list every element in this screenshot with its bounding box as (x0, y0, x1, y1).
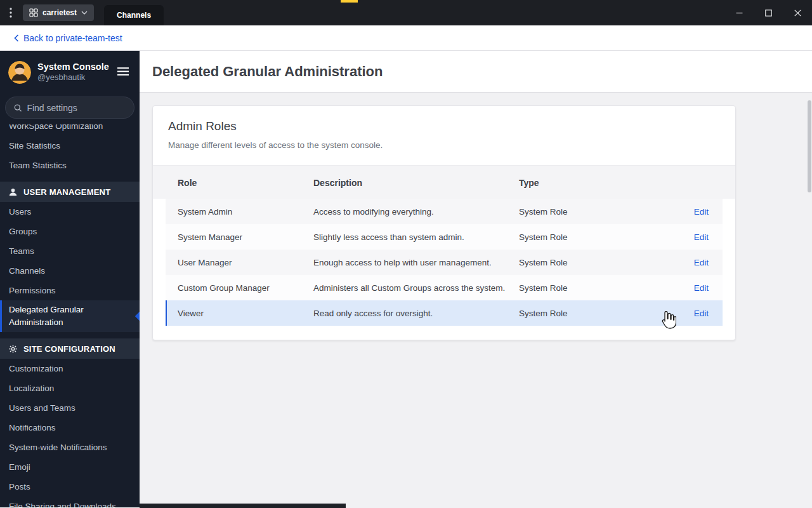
cell-description: Access to modifying everything. (313, 207, 519, 217)
vertical-dots-icon (10, 7, 12, 18)
server-name: carrietest (43, 8, 77, 17)
vertical-scrollbar[interactable] (808, 100, 811, 192)
system-console-sidebar: System Console @yesbhautik Wo (0, 51, 140, 507)
cell-type: System Role (519, 283, 646, 293)
close-icon (794, 10, 801, 17)
window-titlebar: carrietest Channels (0, 0, 812, 25)
edit-link[interactable]: Edit (694, 207, 709, 217)
table-row-system-manager: System Manager Slightly less access than… (166, 224, 723, 250)
card-subtitle: Manage different levels of access to the… (168, 140, 720, 150)
search-input[interactable] (27, 103, 126, 113)
cell-description: Read only access for oversight. (313, 309, 519, 318)
cell-role: System Manager (178, 232, 313, 242)
console-header: System Console @yesbhautik (0, 51, 140, 93)
maximize-icon (765, 10, 772, 17)
section-header-label: SITE CONFIGURATION (23, 344, 115, 354)
table-row-user-manager: User Manager Enough access to help with … (166, 250, 723, 275)
sidebar-section-site-configuration: SITE CONFIGURATION (0, 338, 140, 359)
minimize-icon (736, 10, 743, 17)
app-menu-icon[interactable] (0, 7, 22, 18)
cell-role: Viewer (178, 309, 313, 318)
main-content: Delegated Granular Administration Admin … (140, 51, 812, 507)
cell-role: System Admin (178, 207, 313, 217)
cell-type: System Role (519, 232, 646, 242)
search-icon (14, 104, 22, 112)
background-window-peek-bottom (140, 504, 346, 508)
sidebar-item-channels[interactable]: Channels (0, 261, 140, 281)
cell-role: Custom Group Manager (178, 283, 313, 293)
sidebar-item-posts[interactable]: Posts (0, 477, 140, 497)
cell-description: Slightly less access than system admin. (313, 232, 519, 242)
sidebar-nav: WorkSpace Optimization Site Statistics T… (0, 124, 140, 507)
card-title: Admin Roles (168, 119, 720, 133)
page-body: Admin Roles Manage different levels of a… (140, 93, 812, 507)
sidebar-item-team-statistics[interactable]: Team Statistics (0, 156, 140, 175)
sidebar-section-user-management: USER MANAGEMENT (0, 182, 140, 202)
cell-type: System Role (519, 309, 646, 318)
sidebar-item-workspace-optimization[interactable]: WorkSpace Optimization (0, 124, 140, 136)
edit-link[interactable]: Edit (694, 232, 709, 242)
chevron-left-icon (14, 34, 19, 42)
maximize-button[interactable] (754, 0, 783, 25)
chevron-down-icon (81, 11, 88, 15)
server-icon (29, 8, 38, 17)
edit-link[interactable]: Edit (694, 258, 709, 267)
tab-channels-label: Channels (117, 11, 151, 20)
sidebar-item-customization[interactable]: Customization (0, 359, 140, 378)
column-header-description: Description (313, 178, 519, 188)
sidebar-item-file-sharing-and-downloads[interactable]: File Sharing and Downloads (0, 497, 140, 507)
card-header: Admin Roles Manage different levels of a… (153, 106, 735, 165)
back-link[interactable]: Back to private-team-test (14, 33, 122, 43)
cell-role: User Manager (178, 258, 313, 267)
server-selector[interactable]: carrietest (23, 4, 94, 21)
window-controls (724, 0, 812, 25)
cell-description: Enough access to help with user manageme… (313, 258, 519, 267)
section-header-label: USER MANAGEMENT (23, 187, 110, 197)
sidebar-item-delegated-granular-administration[interactable]: Delegated Granular Administration (0, 300, 140, 332)
menu-icon[interactable] (115, 64, 131, 81)
sidebar-item-users[interactable]: Users (0, 202, 140, 222)
column-header-type: Type (519, 178, 646, 188)
sidebar-item-emoji[interactable]: Emoji (0, 457, 140, 477)
table-row-system-admin: System Admin Access to modifying everyth… (166, 199, 723, 224)
minimize-button[interactable] (724, 0, 754, 25)
sidebar-item-groups[interactable]: Groups (0, 222, 140, 241)
back-navigation-bar: Back to private-team-test (0, 25, 812, 51)
search-wrap (0, 93, 140, 124)
cell-type: System Role (519, 258, 646, 267)
tab-channels[interactable]: Channels (104, 5, 164, 25)
avatar[interactable] (8, 61, 31, 84)
console-title: System Console (37, 61, 109, 73)
column-header-role: Role (178, 178, 313, 188)
sidebar-item-teams[interactable]: Teams (0, 241, 140, 261)
close-button[interactable] (783, 0, 812, 25)
background-window-peek-top (341, 0, 358, 3)
table-row-custom-group-manager: Custom Group Manager Administers all Cus… (166, 275, 723, 300)
search-settings-box[interactable] (5, 97, 134, 119)
cell-description: Administers all Custom Groups across the… (313, 283, 519, 293)
sidebar-item-notifications[interactable]: Notifications (0, 418, 140, 438)
sidebar-item-users-and-teams[interactable]: Users and Teams (0, 398, 140, 418)
table-row-viewer: Viewer Read only access for oversight. S… (166, 300, 723, 326)
console-header-text: System Console @yesbhautik (37, 61, 109, 84)
edit-link[interactable]: Edit (694, 309, 709, 318)
cell-type: System Role (519, 207, 646, 217)
page-title: Delegated Granular Administration (152, 64, 383, 80)
console-user-handle: @yesbhautik (37, 72, 109, 83)
user-management-icon (8, 187, 18, 197)
sidebar-item-system-wide-notifications[interactable]: System-wide Notifications (0, 438, 140, 457)
table-header-row: Role Description Type (153, 165, 735, 199)
site-configuration-icon (8, 344, 18, 354)
sidebar-item-permissions[interactable]: Permissions (0, 281, 140, 300)
edit-link[interactable]: Edit (694, 283, 709, 293)
sidebar-item-localization[interactable]: Localization (0, 378, 140, 398)
admin-roles-card: Admin Roles Manage different levels of a… (152, 105, 736, 340)
page-header: Delegated Granular Administration (140, 51, 812, 93)
sidebar-item-site-statistics[interactable]: Site Statistics (0, 136, 140, 156)
table-rows: System Admin Access to modifying everyth… (153, 199, 735, 340)
back-link-label: Back to private-team-test (23, 33, 122, 43)
